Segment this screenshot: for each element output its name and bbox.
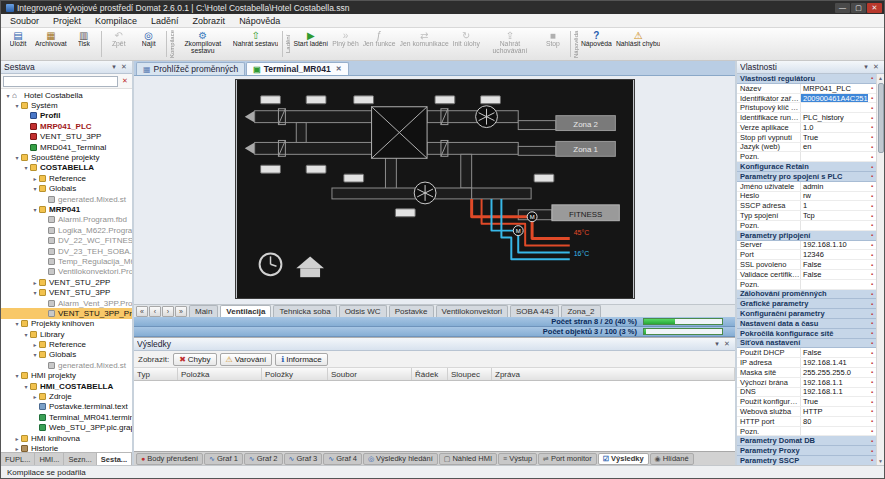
filter-informace-button[interactable]: ℹInformace <box>275 353 328 366</box>
results-column-polo-ka[interactable]: Položka <box>178 368 262 380</box>
menu-lad-n[interactable]: Ladění <box>144 16 186 26</box>
results-close-icon[interactable]: ✕ <box>722 340 732 348</box>
tree-item-generated-mixed-st[interactable]: generated.Mixed.st <box>1 360 132 370</box>
hvac-diagram[interactable]: Zona 2 Zona 1 FITNESS <box>235 79 635 299</box>
bottom-tab-hl-dan[interactable]: ◉Hlídané <box>650 453 694 465</box>
property-value[interactable]: 192.168.1.10 <box>801 241 868 250</box>
properties-scrollbar[interactable]: ▲ ▼ <box>876 74 884 465</box>
property-row-pozn[interactable]: Pozn.▪ <box>737 427 876 437</box>
tree-item-generated-mixed-st[interactable]: generated.Mixed.st <box>1 194 132 204</box>
property-section-parametry-proxy[interactable]: Parametry Proxy▪ <box>737 446 876 456</box>
results-column-sloupec[interactable]: Sloupec <box>448 368 492 380</box>
property-row-jazyk-web[interactable]: Jazyk (web)en▪ <box>737 143 876 153</box>
property-value[interactable]: 200900461A4C2516 <box>801 94 868 103</box>
property-section-konfigura-n-parametry[interactable]: Konfigurační parametry▪ <box>737 309 876 319</box>
close-tab-icon[interactable]: ✕ <box>336 65 342 73</box>
property-row-validace-certifik-tu[interactable]: Validace certifikátuFalse▪ <box>737 270 876 280</box>
ulo-it-button[interactable]: ▤Uložit <box>3 29 33 59</box>
tree-expander-icon[interactable]: ▾ <box>31 289 39 296</box>
scrollbar-thumb[interactable] <box>878 83 884 153</box>
property-row-ip-adresa[interactable]: IP adresa192.168.1.41▪ <box>737 358 876 368</box>
close-button[interactable]: ✕ <box>867 3 882 13</box>
property-value[interactable]: HTTP <box>801 407 868 416</box>
property-row-pou-t-konfiguraci-p[interactable]: Použít konfiguraci př...True▪ <box>737 397 876 407</box>
property-section-parametry-sscp[interactable]: Parametry SSCP▪ <box>737 456 876 465</box>
pager-button-1[interactable]: ‹ <box>149 306 161 317</box>
property-row-n-zev[interactable]: NázevMRP041_PLC▪ <box>737 84 876 94</box>
sidebar-close-icon[interactable]: ✕ <box>119 63 129 71</box>
property-value[interactable]: 192.168.1.1 <box>801 388 868 397</box>
tree-expander-icon[interactable]: ▸ <box>31 341 39 348</box>
bottom-tab-graf-4[interactable]: ∿Graf 4 <box>323 453 362 465</box>
property-row-http-port[interactable]: HTTP port80▪ <box>737 417 876 427</box>
tree-expander-icon[interactable]: ▾ <box>31 206 39 213</box>
tree-item-alarm-vent-3pp-program-fbd[interactable]: Alarm_Vent_3PP.Program.fbd <box>1 298 132 308</box>
property-row-server[interactable]: Server192.168.1.10▪ <box>737 241 876 251</box>
tree-item-historie[interactable]: ▸Historie <box>1 443 132 452</box>
start-lad-n-button[interactable]: ▶Start ladění <box>291 29 330 59</box>
property-row-ssl-povoleno[interactable]: SSL povolenoFalse▪ <box>737 260 876 270</box>
results-column-polo-ky[interactable]: Položky <box>262 368 328 380</box>
property-row-sscp-adresa[interactable]: SSCP adresa1▪ <box>737 201 876 211</box>
page-tab-odsis-wc[interactable]: Odsis WC <box>339 305 387 317</box>
tree-item-vent-stu-3pp[interactable]: ▾VENT_STU_3PP <box>1 287 132 297</box>
exhaust-fan-icon[interactable] <box>414 182 436 204</box>
nahl-sit-chybu-button[interactable]: ⚠Nahlásit chybu <box>614 29 663 59</box>
tree-expander-icon[interactable]: ▾ <box>4 92 12 99</box>
menu-kompilace[interactable]: Kompilace <box>88 16 144 26</box>
property-row-dns[interactable]: DNS192.168.1.1▪ <box>737 388 876 398</box>
pager-button-0[interactable]: « <box>136 306 148 317</box>
property-value[interactable]: True <box>801 397 868 406</box>
page-tab-postavke[interactable]: Postavke <box>389 305 434 317</box>
pager-button-3[interactable]: » <box>175 306 187 317</box>
property-row-pozn[interactable]: Pozn.▪ <box>737 152 876 162</box>
archivovat-button[interactable]: ▦Archivovat <box>33 29 69 59</box>
tree-item-hmi-projekty[interactable]: ▾HMI projekty <box>1 371 132 381</box>
menu-soubor[interactable]: Soubor <box>3 16 46 26</box>
maximize-button[interactable]: ▢ <box>851 3 866 13</box>
clear-filter-icon[interactable]: ✕ <box>120 77 130 85</box>
page-tab-main[interactable]: Main <box>189 305 218 317</box>
property-row-verze-aplikace[interactable]: Verze aplikace1.0▪ <box>737 123 876 133</box>
property-value[interactable]: 1.0 <box>801 123 868 132</box>
bottom-tab-body-p-eru-en[interactable]: ●Body přerušení <box>136 453 203 465</box>
property-section-pokro-il-konfigurace-s-t[interactable]: Pokročilá konfigurace sítě▪ <box>737 329 876 339</box>
property-row-jm-no-u-ivatele[interactable]: Jméno uživateleadmin▪ <box>737 182 876 192</box>
sidebar-tab-sezn[interactable]: Sezn... <box>64 453 96 465</box>
tree-expander-icon[interactable]: ▾ <box>13 372 21 379</box>
page-tab-zona-2[interactable]: Zona_2 <box>561 305 600 317</box>
results-column-soubor[interactable]: Soubor <box>328 368 412 380</box>
property-value[interactable]: False <box>801 348 868 357</box>
tree-item-globals[interactable]: ▾Globals <box>1 350 132 360</box>
tree-item-mrp041-plc[interactable]: MRP041_PLC <box>1 121 132 131</box>
property-section-vlastnosti-regul-toru[interactable]: Vlastnosti regulátoru▪ <box>737 74 876 84</box>
property-value[interactable]: 12346 <box>801 250 868 259</box>
tree-item-projekty-knihoven[interactable]: ▾Projekty knihoven <box>1 319 132 329</box>
property-value[interactable]: 80 <box>801 417 868 426</box>
tree-item-profil[interactable]: Profil <box>1 111 132 121</box>
property-row-heslo[interactable]: Heslorw▪ <box>737 192 876 202</box>
tree-item-mrd041-terminal[interactable]: MRD041_Terminal <box>1 142 132 152</box>
bottom-tab-v-sledky-hled-n[interactable]: ◎Výsledky hledání <box>363 453 438 465</box>
tree-item-hmi-knihovna[interactable]: ▸HMI knihovna <box>1 433 132 443</box>
sidebar-tab-fupl[interactable]: FUPL... <box>1 453 35 465</box>
scroll-up-icon[interactable]: ▲ <box>878 74 883 82</box>
tree-item-ventilokonvektori-program-fbd[interactable]: Ventilokonvektori.Program.fbd <box>1 267 132 277</box>
tree-item-reference[interactable]: ▸Reference <box>1 173 132 183</box>
tree-filter-input[interactable] <box>3 76 118 87</box>
property-row-identifik-tor-za-zen[interactable]: Identifikátor zařízení200900461A4C2516▪ <box>737 94 876 104</box>
property-section-konfigurace-retain[interactable]: Konfigurace Retain▪ <box>737 162 876 172</box>
bottom-tab-v-stup[interactable]: ≡Výstup <box>498 453 537 465</box>
properties-collapse-icon[interactable]: ▾ <box>861 63 871 71</box>
results-column-typ[interactable]: Typ <box>134 368 178 380</box>
tree-item-vent-stu-3pp-program-fbd[interactable]: VENT_STU_3PP_Program.fbd <box>1 308 132 318</box>
filter-chyby-button[interactable]: ✖Chyby <box>173 353 216 366</box>
bottom-tab-graf-3[interactable]: ∿Graf 3 <box>284 453 323 465</box>
property-value[interactable]: True <box>801 133 868 142</box>
menu-zobrazit[interactable]: Zobrazit <box>186 16 233 26</box>
tree-item-syst-m[interactable]: ▾Systém <box>1 100 132 110</box>
property-section-grafick-parametry[interactable]: Grafické parametry▪ <box>737 299 876 309</box>
property-value[interactable]: admin <box>801 182 868 191</box>
tree-expander-icon[interactable]: ▾ <box>13 154 21 161</box>
bottom-tab-v-sledky[interactable]: ☑Výsledky <box>598 453 649 465</box>
